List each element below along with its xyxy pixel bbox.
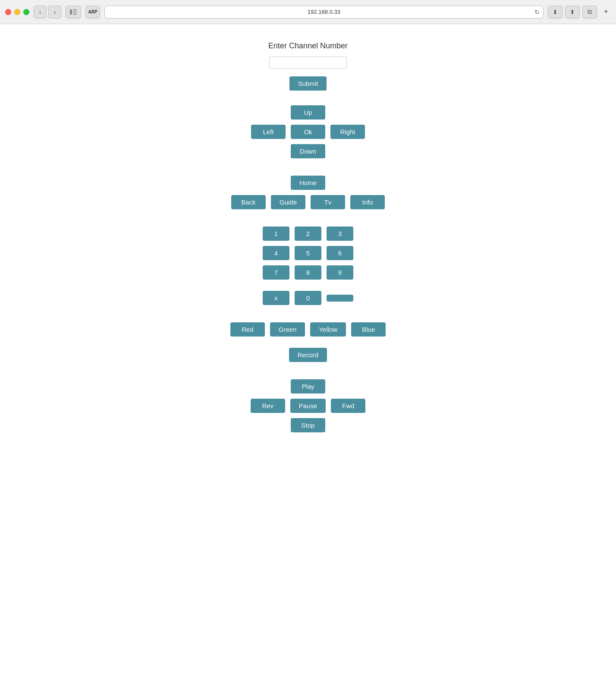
numx-button[interactable]: x [263,291,289,305]
submit-button[interactable]: Submit [289,76,327,91]
rev-button[interactable]: Rev [251,399,285,413]
forward-nav-button[interactable]: › [48,6,61,19]
svg-rect-3 [73,14,77,15]
nav-buttons: ‹ › [34,6,61,19]
nav-row: Back Guide Tv Info [231,195,385,209]
browser-chrome: ‹ › ABP 192.168.0.33 ↻ ⬇ ⬆ ⧉ + [0,0,616,24]
color-row: Red Green Yellow Blue [230,322,386,337]
up-row: Up [291,105,325,120]
back-nav-button[interactable]: ‹ [34,6,47,19]
num4-button[interactable]: 4 [263,246,289,260]
new-tab-button[interactable]: + [601,7,611,17]
refresh-button[interactable]: ↻ [534,9,540,16]
maximize-button[interactable] [23,9,29,15]
fwd-button[interactable]: Fwd [331,399,365,413]
svg-rect-1 [73,9,77,10]
num5-button[interactable]: 5 [295,246,321,260]
sidebar-button[interactable] [66,6,81,19]
guide-button[interactable]: Guide [271,195,305,209]
middle-dpad-row: Left Ok Right [251,125,365,139]
numpad-row1: 1 2 3 [263,227,353,241]
home-row: Home [291,176,325,190]
play-button[interactable]: Play [291,379,325,394]
play-row: Play [291,379,325,394]
close-button[interactable] [5,9,11,15]
green-button[interactable]: Green [270,322,305,337]
channel-label: Enter Channel Number [268,41,348,50]
traffic-lights [5,9,29,15]
info-button[interactable]: Info [350,195,385,209]
up-button[interactable]: Up [291,105,325,120]
left-button[interactable]: Left [251,125,286,139]
numpad-row2: 4 5 6 [263,246,353,260]
address-bar[interactable]: 192.168.0.33 ↻ [104,6,544,19]
num9-button[interactable]: 9 [327,265,353,280]
numpad-row3: 7 8 9 [263,265,353,280]
back-button[interactable]: Back [231,195,266,209]
num1-button[interactable]: 1 [263,227,289,241]
svg-rect-2 [73,12,77,13]
home-button[interactable]: Home [291,176,325,190]
browser-actions: ⬇ ⬆ ⧉ [548,6,597,19]
svg-rect-0 [70,9,72,15]
share-button[interactable]: ⬆ [565,6,580,19]
ok-button[interactable]: Ok [291,125,325,139]
channel-input[interactable] [269,57,347,69]
stop-button[interactable]: Stop [291,418,325,432]
down-row: Down [291,144,325,158]
tv-button[interactable]: Tv [311,195,345,209]
page-content: Enter Channel Number Submit Up Left Ok R… [0,24,616,452]
pause-button[interactable]: Pause [290,399,326,413]
yellow-button[interactable]: Yellow [310,322,346,337]
record-button[interactable]: Record [289,348,327,362]
download-button[interactable]: ⬇ [548,6,563,19]
num8-button[interactable]: 8 [295,265,321,280]
numpad-row4: x 0 [263,291,353,305]
stop-row: Stop [291,418,325,432]
minimize-button[interactable] [14,9,20,15]
num0-button[interactable]: 0 [295,291,321,305]
down-button[interactable]: Down [291,144,325,158]
blue-button[interactable]: Blue [351,322,386,337]
right-button[interactable]: Right [330,125,365,139]
record-row: Record [289,348,327,362]
num3-button[interactable]: 3 [327,227,353,241]
url-text: 192.168.0.33 [308,9,340,15]
tabs-button[interactable]: ⧉ [582,6,597,19]
num2-button[interactable]: 2 [295,227,321,241]
blank-button[interactable] [327,295,353,302]
num6-button[interactable]: 6 [327,246,353,260]
adblock-button[interactable]: ABP [85,6,100,19]
num7-button[interactable]: 7 [263,265,289,280]
red-button[interactable]: Red [230,322,265,337]
playback-row: Rev Pause Fwd [251,399,366,413]
